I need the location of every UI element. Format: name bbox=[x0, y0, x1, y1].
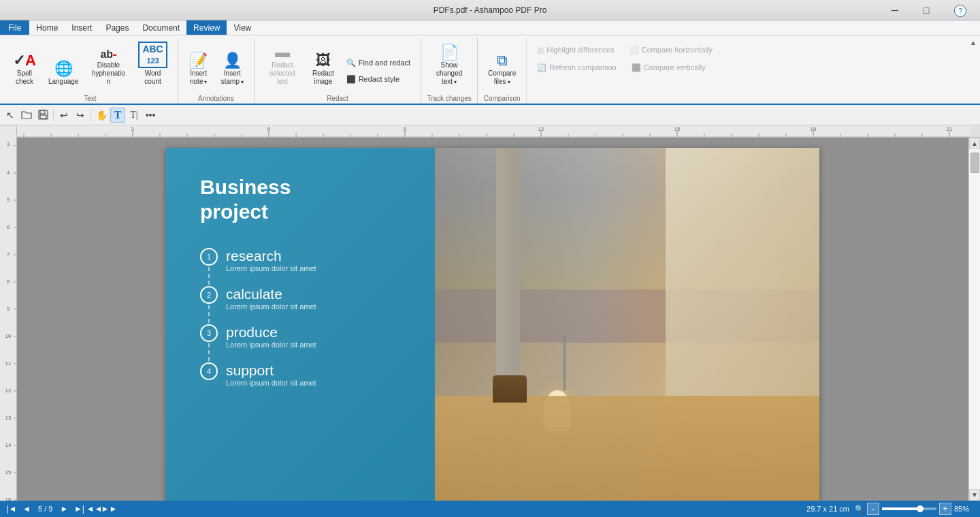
help-button[interactable]: ? bbox=[954, 5, 966, 17]
menu-item-document[interactable]: Document bbox=[135, 20, 186, 35]
photo-window bbox=[666, 148, 819, 396]
prev-section-button[interactable]: ◄◄ bbox=[88, 503, 100, 515]
redo-button[interactable]: ↪ bbox=[73, 108, 88, 123]
step-3-subtitle: Lorem ipsum dolor sit amet bbox=[226, 341, 316, 349]
disable-hyphenation-button[interactable]: ab- Disablehyphenation bbox=[86, 44, 131, 89]
redact-style-button[interactable]: ⬛ Redact style bbox=[342, 72, 415, 87]
next-page-button[interactable]: ► bbox=[58, 503, 70, 515]
step-4-content: support Lorem ipsum dolor sit amet bbox=[226, 362, 316, 387]
menu-item-file[interactable]: File bbox=[0, 20, 29, 35]
compare-vertically-button[interactable]: ⬛ Compare vertically bbox=[627, 60, 710, 75]
menu-item-review[interactable]: Review bbox=[186, 20, 227, 35]
folder-open-icon bbox=[21, 110, 32, 120]
svg-text:6: 6 bbox=[267, 126, 271, 132]
redact-image-label: Redactimage bbox=[312, 69, 334, 86]
svg-text:21: 21 bbox=[947, 126, 953, 132]
compare-horizontally-button[interactable]: ⬜ Compare horizontally bbox=[625, 42, 717, 57]
svg-rect-1 bbox=[40, 110, 45, 114]
menu-item-home[interactable]: Home bbox=[29, 20, 65, 35]
zoom-slider[interactable] bbox=[882, 507, 936, 510]
undo-button[interactable]: ↩ bbox=[56, 108, 71, 123]
vertical-scrollbar[interactable]: ▲ ▼ bbox=[968, 138, 980, 501]
svg-rect-2 bbox=[40, 115, 46, 119]
page-dimensions: 29.7 x 21 cm bbox=[806, 505, 849, 513]
step-3-circle: 3 bbox=[200, 324, 218, 342]
ribbon-group-text: ✓A Spellcheck 🌐 Language ab- Disablehyph… bbox=[3, 38, 178, 104]
maximize-button[interactable]: □ bbox=[911, 0, 942, 20]
refresh-comparison-button[interactable]: 🔄 Refresh comparison bbox=[532, 60, 621, 75]
menu-item-insert[interactable]: Insert bbox=[65, 20, 99, 35]
redact-image-button[interactable]: 🖼 Redactimage bbox=[308, 44, 339, 89]
ribbon-group-comparison: ⧉ Comparefiles▾ Comparison ▥ Highlight d… bbox=[478, 38, 723, 104]
last-page-button[interactable]: ►| bbox=[73, 503, 85, 515]
minimize-button[interactable]: ─ bbox=[879, 0, 911, 20]
save-tool-button[interactable] bbox=[35, 108, 50, 123]
ribbon-collapse-button[interactable]: ▲ bbox=[968, 37, 979, 48]
refresh-icon: 🔄 bbox=[537, 63, 546, 72]
zoom-percent: 85% bbox=[954, 505, 975, 513]
insert-stamp-button[interactable]: 👤 Insertstamp▾ bbox=[216, 44, 248, 89]
scroll-track[interactable] bbox=[969, 149, 980, 489]
disable-hyphenation-icon: ab- bbox=[100, 49, 116, 60]
prev-page-button[interactable]: ◄ bbox=[20, 503, 33, 515]
insert-note-button[interactable]: 📝 Insertnote▾ bbox=[184, 44, 214, 89]
highlight-differences-button[interactable]: ▥ Highlight differences bbox=[532, 42, 619, 57]
language-label: Language bbox=[48, 78, 79, 86]
text-select-tool-button[interactable]: T bbox=[110, 108, 125, 123]
more-tools-button[interactable]: ••• bbox=[143, 108, 158, 123]
word-count-label: Wordcount bbox=[144, 69, 161, 86]
next-section-button[interactable]: ►► bbox=[103, 503, 115, 515]
step-3-content: produce Lorem ipsum dolor sit amet bbox=[226, 324, 316, 349]
document-page: Businessproject 1 research Lorem ipsum d… bbox=[166, 148, 819, 501]
step-1-subtitle: Lorem ipsum dolor sit amet bbox=[226, 264, 316, 272]
step-2-content: calculate Lorem ipsum dolor sit amet bbox=[226, 286, 316, 311]
step-2: 2 calculate Lorem ipsum dolor sit amet bbox=[200, 286, 418, 311]
redact-style-label: Redact style bbox=[359, 75, 400, 83]
insert-stamp-icon: 👤 bbox=[223, 53, 242, 68]
compare-files-icon: ⧉ bbox=[497, 53, 508, 68]
find-redact-button[interactable]: 🔍 Find and redact bbox=[342, 55, 415, 70]
zoom-slider-thumb[interactable] bbox=[917, 505, 924, 512]
insert-note-icon: 📝 bbox=[189, 53, 208, 68]
select-tool-button[interactable]: ↖ bbox=[3, 108, 18, 123]
svg-text:13: 13 bbox=[5, 415, 12, 421]
word-count-button[interactable]: ABC123 Wordcount bbox=[133, 44, 172, 89]
show-changed-icon: 📄 bbox=[440, 45, 459, 60]
disable-hyphenation-label: Disablehyphenation bbox=[91, 61, 126, 86]
highlight-diff-label: Highlight differences bbox=[546, 46, 614, 54]
svg-text:12: 12 bbox=[538, 126, 544, 132]
zoom-slider-fill bbox=[882, 507, 920, 510]
scroll-down-button[interactable]: ▼ bbox=[969, 489, 980, 501]
svg-text:7: 7 bbox=[7, 251, 10, 257]
spell-check-button[interactable]: ✓A Spellcheck bbox=[8, 44, 41, 89]
redact-text-label: Redactselected text bbox=[265, 61, 300, 86]
zoom-out-button[interactable]: - bbox=[867, 503, 879, 515]
scroll-up-button[interactable]: ▲ bbox=[969, 138, 980, 149]
step-1-content: research Lorem ipsum dolor sit amet bbox=[226, 248, 316, 272]
status-bar: |◄ ◄ 5 / 9 ► ►| ◄◄ ►► 29.7 x 21 cm 🔍 - +… bbox=[0, 501, 980, 517]
language-button[interactable]: 🌐 Language bbox=[44, 44, 84, 89]
step-2-circle: 2 bbox=[200, 286, 218, 304]
svg-text:3: 3 bbox=[131, 126, 135, 132]
svg-text:14: 14 bbox=[5, 442, 12, 448]
open-tool-button[interactable] bbox=[19, 108, 34, 123]
zoom-slider-container: - + bbox=[867, 503, 951, 515]
step-1: 1 research Lorem ipsum dolor sit amet bbox=[200, 248, 418, 272]
document-scroll-area[interactable]: Businessproject 1 research Lorem ipsum d… bbox=[17, 138, 968, 501]
redact-selected-text-button[interactable]: ▬ Redactselected text bbox=[260, 44, 305, 89]
zoom-in-button[interactable]: + bbox=[939, 503, 951, 515]
svg-text:3: 3 bbox=[7, 141, 10, 147]
compare-files-button[interactable]: ⧉ Comparefiles▾ bbox=[483, 44, 521, 89]
find-redact-icon: 🔍 bbox=[346, 59, 356, 67]
step-3-line bbox=[208, 343, 210, 361]
status-right: 29.7 x 21 cm 🔍 - + 85% bbox=[806, 503, 975, 515]
show-changed-text-button[interactable]: 📄 Showchanged text▾ bbox=[427, 44, 472, 89]
menu-item-view[interactable]: View bbox=[227, 20, 258, 35]
menu-item-pages[interactable]: Pages bbox=[99, 20, 135, 35]
scroll-thumb[interactable] bbox=[970, 153, 979, 173]
hand-tool-button[interactable]: ✋ bbox=[94, 108, 109, 123]
first-page-button[interactable]: |◄ bbox=[5, 503, 18, 515]
spell-check-label: Spellcheck bbox=[16, 69, 33, 86]
compare-v-icon: ⬛ bbox=[632, 63, 641, 72]
text-tool-button[interactable]: T| bbox=[127, 108, 142, 123]
